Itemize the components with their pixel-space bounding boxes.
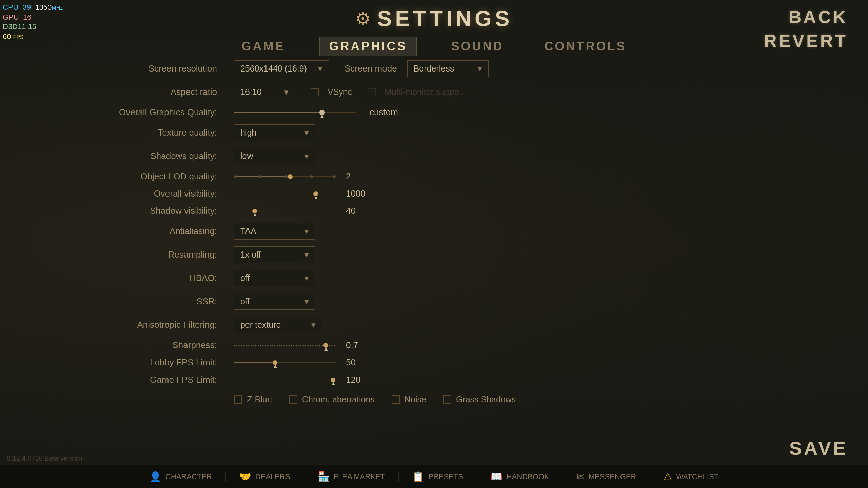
- zblur-item: Z-Blur:: [234, 394, 272, 404]
- messenger-icon: ✉: [577, 471, 585, 482]
- back-button[interactable]: BACK: [789, 7, 848, 27]
- lobby-fps-slider[interactable]: ▲: [234, 362, 336, 363]
- game-fps-label: Game FPS Limit:: [108, 374, 217, 385]
- dropdown-arrow-icon: ▾: [304, 226, 309, 236]
- visibility-value: 1000: [346, 188, 366, 199]
- game-fps-slider[interactable]: ▲: [234, 380, 336, 380]
- ssr-dropdown[interactable]: off ▾: [234, 293, 315, 310]
- toolbar-dealers[interactable]: 🤝 DEALERS: [226, 471, 304, 482]
- shadow-vis-slider[interactable]: ▲: [234, 211, 336, 211]
- lod-slider[interactable]: [234, 176, 336, 177]
- resampling-label: Resampling:: [108, 249, 217, 260]
- character-icon: 👤: [150, 471, 161, 482]
- shadow-vis-row: Shadow visibility: ▲ 40: [108, 206, 760, 216]
- watchlist-label: WATCHLIST: [676, 472, 718, 481]
- resampling-dropdown[interactable]: 1x off ▾: [234, 246, 315, 263]
- save-button[interactable]: SAVE: [789, 437, 848, 459]
- zblur-checkbox[interactable]: [234, 395, 242, 404]
- lobby-fps-label: Lobby FPS Limit:: [108, 357, 217, 368]
- texture-row: Texture quality: high ▾: [108, 124, 760, 141]
- shadows-row: Shadows quality: low ▾: [108, 148, 760, 164]
- game-fps-value: 120: [346, 374, 363, 385]
- toolbar-character[interactable]: 👤 CHARACTER: [136, 471, 226, 482]
- grass-checkbox[interactable]: [443, 395, 451, 404]
- version-text: 0.12.4.6716 Beta version: [7, 454, 82, 462]
- hud-cpu: CPU 39 1350MHz: [3, 3, 63, 13]
- overall-quality-row: Overall Graphics Quality: ▲ custom: [108, 107, 760, 118]
- noise-label: Noise: [405, 394, 426, 404]
- hud-overlay: CPU 39 1350MHz GPU 16 D3D11 15 60 FPS: [3, 3, 63, 41]
- antialiasing-label: Antialiasing:: [108, 226, 217, 237]
- resolution-label: Screen resolution: [108, 63, 217, 74]
- ssr-control: off ▾: [234, 293, 760, 310]
- ssr-row: SSR: off ▾: [108, 293, 760, 310]
- lod-label: Object LOD quality:: [108, 171, 217, 182]
- page-title: SETTINGS: [377, 6, 513, 31]
- game-fps-row: Game FPS Limit: ▲ 120: [108, 374, 760, 385]
- hud-d3d: D3D11 15: [3, 22, 63, 32]
- visibility-label: Overall visibility:: [108, 188, 217, 199]
- antialiasing-control: TAA ▾: [234, 223, 760, 240]
- chrom-checkbox[interactable]: [289, 395, 297, 404]
- antialiasing-dropdown[interactable]: TAA ▾: [234, 223, 315, 240]
- overall-quality-slider[interactable]: ▲: [234, 112, 356, 113]
- resolution-dropdown[interactable]: 868x488 (16:9) ▾: [234, 60, 329, 77]
- revert-button[interactable]: REVERT: [764, 30, 848, 51]
- toolbar-watchlist[interactable]: ⚠ WATCHLIST: [650, 471, 732, 482]
- dropdown-arrow-icon: ▾: [478, 64, 482, 74]
- vsync-checkbox[interactable]: [311, 88, 319, 96]
- lobby-fps-row: Lobby FPS Limit: ▲ 50: [108, 357, 760, 368]
- hbao-row: HBAO: off ▾: [108, 270, 760, 286]
- lod-row: Object LOD quality: 2: [108, 171, 760, 182]
- overall-quality-control: ▲ custom: [234, 107, 760, 118]
- flea-label: FLEA MARKET: [334, 472, 385, 481]
- toolbar-messenger[interactable]: ✉ MESSENGER: [563, 471, 650, 482]
- lobby-fps-value: 50: [346, 357, 363, 368]
- hbao-label: HBAO:: [108, 273, 217, 283]
- messenger-label: MESSENGER: [589, 472, 636, 481]
- visibility-slider[interactable]: ▲: [234, 194, 336, 194]
- presets-icon: 📋: [412, 471, 424, 482]
- bottom-checkboxes-row: Z-Blur: Chrom. aberrations Noise Grass S…: [108, 394, 760, 404]
- lod-thumb[interactable]: [288, 174, 293, 179]
- aspect-label: Aspect ratio: [108, 87, 217, 97]
- shadow-vis-value: 40: [346, 206, 363, 216]
- chrom-item: Chrom. aberrations: [289, 394, 375, 404]
- shadows-dropdown[interactable]: low ▾: [234, 148, 315, 164]
- game-fps-control: ▲ 120: [234, 374, 760, 385]
- resampling-control: 1x off ▾: [234, 246, 760, 263]
- toolbar-flea[interactable]: 🏪 FLEA MARKET: [304, 471, 399, 482]
- resampling-row: Resampling: 1x off ▾: [108, 246, 760, 263]
- presets-label: PRESETS: [428, 472, 463, 481]
- shadows-control: low ▾: [234, 148, 760, 164]
- screen-mode-dropdown[interactable]: Borderless ▾: [407, 60, 489, 77]
- multimonitor-checkbox: [368, 88, 376, 96]
- ssr-label: SSR:: [108, 296, 217, 307]
- aspect-dropdown[interactable]: 16:10 ▾: [234, 84, 295, 100]
- lod-control: 2: [234, 171, 760, 182]
- grass-label: Grass Shadows: [456, 394, 516, 404]
- dropdown-arrow-icon: ▾: [304, 250, 309, 260]
- watchlist-icon: ⚠: [664, 471, 672, 482]
- vsync-label: VSync: [328, 87, 352, 97]
- noise-checkbox[interactable]: [392, 395, 400, 404]
- visibility-control: ▲ 1000: [234, 188, 760, 199]
- multimonitor-label: Multi-monitor suppo...: [384, 87, 466, 97]
- toolbar-handbook[interactable]: 📖 HANDBOOK: [477, 471, 563, 482]
- texture-dropdown[interactable]: high ▾: [234, 124, 315, 141]
- toolbar-presets[interactable]: 📋 PRESETS: [399, 471, 477, 482]
- bottom-checkboxes: Z-Blur: Chrom. aberrations Noise Grass S…: [234, 394, 760, 404]
- shadow-vis-control: ▲ 40: [234, 206, 760, 216]
- hbao-dropdown[interactable]: off ▾: [234, 270, 315, 286]
- aspect-row: Aspect ratio 16:10 ▾ VSync Multi-monitor…: [108, 84, 760, 100]
- sharpness-row: Sharpness: ▲ 0.7: [108, 340, 760, 350]
- antialiasing-row: Antialiasing: TAA ▾: [108, 223, 760, 240]
- anisotropic-dropdown[interactable]: per texture ▾: [234, 317, 322, 333]
- settings-panel: Screen resolution 868x488 (16:9) ▾ Scr…: [108, 54, 760, 411]
- dropdown-arrow-icon: ▾: [304, 297, 309, 306]
- character-label: CHARACTER: [165, 472, 212, 481]
- sharpness-slider[interactable]: ▲: [234, 345, 336, 346]
- top-right-actions: BACK REVERT: [764, 7, 848, 51]
- noise-item: Noise: [392, 394, 426, 404]
- settings-header: ⚙ SETTINGS: [355, 6, 513, 31]
